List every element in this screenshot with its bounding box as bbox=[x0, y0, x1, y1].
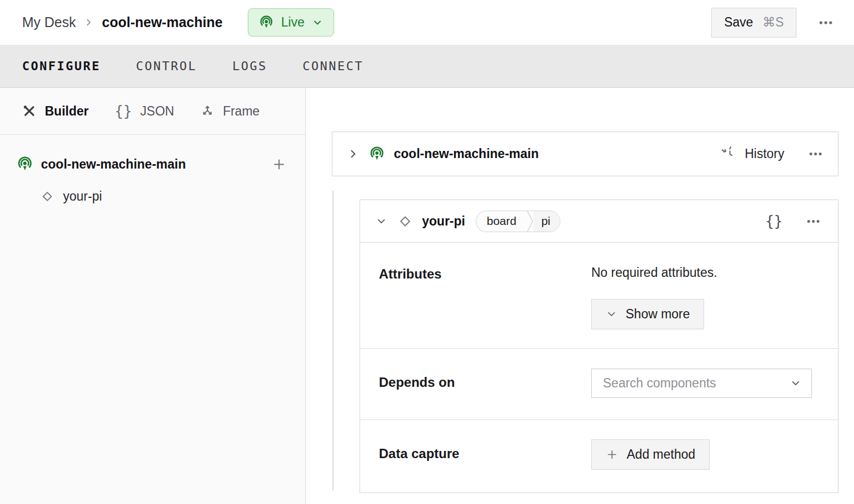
add-component-icon[interactable] bbox=[272, 157, 287, 172]
mode-frame-label: Frame bbox=[223, 104, 259, 119]
breadcrumb-parent-link[interactable]: My Desk bbox=[22, 14, 76, 30]
breadcrumb-machine-name: cool-new-machine bbox=[102, 14, 222, 30]
tree-component-label: your-pi bbox=[63, 189, 102, 204]
header-actions: Save ⌘S bbox=[711, 8, 834, 38]
component-model-label: pi bbox=[534, 211, 560, 232]
machine-part-icon bbox=[369, 146, 385, 162]
attributes-section: Attributes No required attributes. Show … bbox=[360, 243, 838, 348]
show-more-button[interactable]: Show more bbox=[591, 299, 704, 329]
chevron-down-icon bbox=[606, 308, 617, 320]
component-type-model-badge: board pi bbox=[476, 211, 560, 232]
tools-icon bbox=[22, 104, 37, 118]
app-header: My Desk cool-new-machine Live Save ⌘S bbox=[0, 0, 854, 45]
machine-status-label: Live bbox=[281, 15, 304, 30]
machine-live-icon bbox=[259, 15, 274, 30]
breadcrumb-chevron-icon bbox=[84, 17, 94, 28]
mode-json-label: JSON bbox=[140, 104, 174, 119]
attributes-empty-text: No required attributes. bbox=[591, 265, 717, 280]
config-mode-switcher: Builder {} JSON Frame bbox=[0, 88, 305, 135]
tab-control[interactable]: CONTROL bbox=[136, 59, 197, 73]
tab-logs[interactable]: LOGS bbox=[232, 59, 267, 73]
save-button-label: Save bbox=[724, 15, 753, 30]
braces-icon: {} bbox=[114, 104, 132, 118]
plus-icon bbox=[606, 448, 618, 461]
breadcrumb: My Desk cool-new-machine bbox=[22, 14, 222, 30]
add-method-button[interactable]: Add method bbox=[591, 439, 710, 470]
chevron-down-icon bbox=[312, 17, 323, 28]
tree-item-machine-part[interactable]: cool-new-machine-main bbox=[0, 150, 305, 179]
machine-part-tree: cool-new-machine-main your-pi bbox=[0, 135, 305, 210]
tab-connect[interactable]: CONNECT bbox=[303, 59, 363, 73]
depends-on-select[interactable] bbox=[591, 369, 812, 398]
data-capture-label: Data capture bbox=[379, 439, 591, 461]
history-label: History bbox=[744, 146, 784, 161]
nesting-connector-line bbox=[332, 191, 334, 491]
add-method-label: Add method bbox=[627, 447, 695, 462]
depends-on-label: Depends on bbox=[379, 369, 591, 390]
component-card: your-pi board pi {} Attributes No requir… bbox=[360, 200, 839, 493]
component-type-label: board bbox=[476, 211, 527, 232]
collapse-component-card-icon[interactable] bbox=[376, 216, 387, 227]
history-button[interactable]: History bbox=[722, 146, 784, 161]
component-card-menu-icon[interactable] bbox=[805, 213, 821, 229]
search-components-input[interactable] bbox=[595, 376, 790, 391]
mode-builder[interactable]: Builder bbox=[22, 104, 88, 119]
configure-sidebar: Builder {} JSON Frame cool-new-machine-m… bbox=[0, 88, 306, 504]
edit-json-icon[interactable]: {} bbox=[766, 214, 783, 228]
machine-card-title: cool-new-machine-main bbox=[394, 146, 539, 161]
save-shortcut-hint: ⌘S bbox=[763, 15, 784, 30]
configure-canvas: cool-new-machine-main History your-pi bbox=[306, 88, 854, 504]
machine-status-dropdown[interactable]: Live bbox=[248, 8, 334, 36]
show-more-label: Show more bbox=[626, 307, 690, 322]
data-capture-section: Data capture Add method bbox=[360, 419, 838, 492]
component-title: your-pi bbox=[422, 214, 465, 229]
component-diamond-icon bbox=[40, 190, 54, 203]
save-button[interactable]: Save ⌘S bbox=[711, 8, 796, 38]
depends-on-section: Depends on bbox=[360, 348, 838, 419]
component-card-header: your-pi board pi {} bbox=[360, 200, 838, 243]
attributes-label: Attributes bbox=[379, 265, 591, 282]
mode-builder-label: Builder bbox=[45, 104, 88, 119]
chevron-down-icon bbox=[790, 377, 801, 389]
header-overflow-menu-icon[interactable] bbox=[817, 14, 834, 31]
frame-axes-icon bbox=[200, 104, 215, 118]
mode-json[interactable]: {} JSON bbox=[114, 104, 174, 119]
tree-machine-part-label: cool-new-machine-main bbox=[41, 157, 186, 172]
tab-configure[interactable]: CONFIGURE bbox=[22, 59, 101, 73]
badge-divider bbox=[527, 211, 534, 232]
machine-part-card: cool-new-machine-main History bbox=[332, 132, 839, 176]
machine-part-icon bbox=[17, 156, 33, 172]
machine-card-menu-icon[interactable] bbox=[808, 146, 824, 162]
component-diamond-icon bbox=[398, 214, 413, 229]
expand-machine-card-icon[interactable] bbox=[347, 148, 360, 160]
mode-frame[interactable]: Frame bbox=[200, 104, 259, 119]
history-clock-icon bbox=[722, 146, 737, 161]
machine-page-tabs: CONFIGURE CONTROL LOGS CONNECT bbox=[0, 45, 854, 88]
tree-item-component[interactable]: your-pi bbox=[0, 182, 305, 210]
